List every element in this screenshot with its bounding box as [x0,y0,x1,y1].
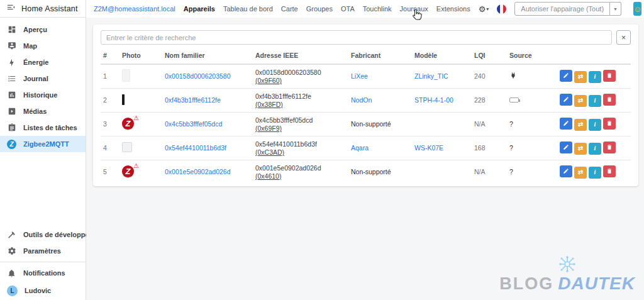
sidebar-menu: Aperçu Map Énergie Journal [0,18,86,152]
col-header-photo: Photo [119,47,162,64]
sidebar-item-map[interactable]: Map [0,38,86,54]
blog-dautek-watermark: BLOG DAUTEK [499,255,635,294]
sidebar-item-historique[interactable]: Historique [0,87,86,103]
nav-tab-carte[interactable]: Carte [281,5,298,13]
permit-join-button[interactable]: Autoriser l'appairage (Tout) [514,2,610,16]
network-address-link[interactable]: (0x69F9) [255,125,282,132]
reconfigure-button[interactable]: ⇄ [574,71,587,83]
search-input[interactable] [101,30,612,45]
info-button[interactable]: i [589,119,601,131]
remove-button[interactable] [603,94,616,106]
table-row: 5 Z ⚠ 0x001e5e0902ad026d 0x001e5e0902ad0… [101,160,631,184]
info-button[interactable]: i [589,71,601,83]
rename-button[interactable] [560,94,572,106]
manufacturer-link[interactable]: LiXee [351,72,368,80]
model-link[interactable]: WS-K07E [414,144,443,152]
model-link[interactable]: STPH-4-1-00 [414,96,453,104]
collapse-menu-icon[interactable] [6,3,16,14]
ieee-address: 0x001e5e0902ad026d [255,164,321,172]
nav-tab-touchlink[interactable]: Touchlink [363,5,392,13]
reconfigure-button[interactable]: ⇄ [574,143,587,155]
sidebar-item-label: Énergie [23,58,48,66]
network-address-link[interactable]: (0x38FD) [255,101,283,108]
network-address-link[interactable]: (0x4610) [255,172,281,180]
devices-card: × # Photo Nom familier Adresse IEEE [93,25,638,186]
nav-tab-tableau-de-bord[interactable]: Tableau de bord [223,5,273,13]
chart-box-icon [7,91,16,100]
sidebar-item-medias[interactable]: Médias [0,103,86,119]
rename-button[interactable] [560,142,572,153]
sidebar-item-outils-dev[interactable]: Outils de développement [0,226,86,243]
remove-button[interactable] [603,70,616,82]
row-number: 2 [101,88,119,112]
reconfigure-button[interactable]: ⇄ [574,95,587,107]
clear-search-button[interactable]: × [616,30,631,45]
sidebar: Home Assistant Aperçu Map Énergie [0,0,86,300]
device-photo [122,142,132,152]
ieee-address: 0x4c5bb3fffef05dcd [255,116,313,124]
permit-join-caret-button[interactable]: ▾ [610,2,621,16]
info-button[interactable]: i [589,143,601,155]
sidebar-item-apercu[interactable]: Aperçu [0,21,86,38]
info-button[interactable]: i [589,167,601,179]
z2m-navbar: Z2M@homeassistant.local Appareils Tablea… [86,0,644,18]
clipboard-icon [7,123,16,133]
device-name-link[interactable]: 0x54ef4410011b6d3f [165,144,226,152]
z2m-brand-link[interactable]: Z2M@homeassistant.local [94,5,175,13]
nav-tab-ota[interactable]: OTA [341,5,355,13]
sidebar-item-label: Paramètres [23,247,61,255]
lqi-value: 228 [472,88,507,112]
chevron-down-icon: ▾ [486,6,489,12]
lqi-value: 168 [472,136,507,160]
sidebar-item-journal[interactable]: Journal [0,70,86,87]
avatar: L [7,286,18,296]
sidebar-item-parametres[interactable]: Paramètres [0,243,86,259]
device-name-link[interactable]: 0x001e5e0902ad026d [165,168,231,175]
content-area: × # Photo Nom familier Adresse IEEE [86,18,644,300]
remove-button[interactable] [603,118,616,130]
col-header-num: # [101,47,119,64]
nav-tab-journaux[interactable]: Journaux [400,5,428,13]
mains-plug-icon [509,73,517,81]
watermark-blog-text: BLOG [499,274,553,294]
info-button[interactable]: i [589,95,601,107]
settings-dropdown[interactable]: ⚙▾ [479,4,489,14]
sidebar-item-zigbee2mqtt[interactable]: Z Zigbee2MQTT [0,136,86,152]
model-link[interactable]: ZLinky_TIC [414,72,448,80]
zigbee2mqtt-icon: Z [7,140,16,149]
nav-tab-extensions[interactable]: Extensions [436,5,470,13]
rename-button[interactable] [560,70,572,82]
reconfigure-button[interactable]: ⇄ [574,167,587,179]
remove-button[interactable] [603,142,616,153]
sidebar-user[interactable]: L Ludovic [0,281,86,300]
manufacturer-link[interactable]: NodOn [351,96,372,104]
sidebar-header: Home Assistant [0,0,86,18]
manufacturer-link[interactable]: Aqara [351,144,369,152]
ieee-address: 0x00158d0006203580 [255,69,321,76]
sidebar-item-notifications[interactable]: Notifications [0,265,86,281]
sidebar-item-listes-de-taches[interactable]: Listes de tâches [0,119,86,136]
theme-smiley-button[interactable]: ☺ [633,2,641,16]
nav-tab-appareils[interactable]: Appareils [184,5,215,13]
app-title: Home Assistant [21,4,78,13]
table-row: 4 0x54ef4410011b6d3f 0x54ef4410011b6d3f … [101,136,631,160]
rename-button[interactable] [560,118,572,130]
unsupported-zigbee-badge: Z ⚠ [122,164,138,178]
device-name-link[interactable]: 0x00158d0006203580 [165,72,231,80]
zigbee-logo-icon: Z [122,165,134,177]
remove-button[interactable] [603,165,616,177]
permit-join-button-group: Autoriser l'appairage (Tout) ▾ [514,2,621,16]
rename-button[interactable] [560,165,572,177]
col-header-lqi: LQI [472,47,507,64]
device-name-link[interactable]: 0xf4b3b1fffe6112fe [165,96,221,104]
manufacturer-text: Non-supporté [351,120,391,128]
network-address-link[interactable]: (0x9F60) [255,77,282,84]
network-address-link[interactable]: (0xC3AD) [255,148,284,156]
device-name-link[interactable]: 0x4c5bb3fffef05dcd [165,120,222,128]
nav-tab-groupes[interactable]: Groupes [306,5,333,13]
sidebar-item-energie[interactable]: Énergie [0,54,86,70]
gear-icon [7,247,16,256]
battery-icon [509,97,519,103]
french-flag-icon[interactable] [497,4,506,14]
reconfigure-button[interactable]: ⇄ [574,119,587,131]
